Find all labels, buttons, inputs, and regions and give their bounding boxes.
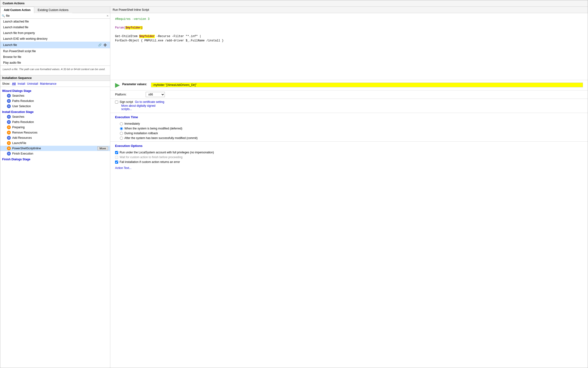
radio-deferred-input[interactable] — [120, 127, 123, 130]
search-clear-icon[interactable]: ✕ — [107, 14, 109, 18]
radio-rollback-label: During installation rollback — [124, 132, 158, 135]
show-install[interactable]: Install — [18, 82, 25, 85]
seq-icon-install-paths-resolution: ⚙ — [7, 120, 11, 124]
right-panel: Run PowerShell Inline Script #Requires -… — [110, 7, 588, 368]
show-uninstall[interactable]: Uninstall — [27, 82, 38, 85]
check-fail[interactable]: Fail installation if custom action retur… — [115, 160, 583, 164]
radio-immediately-input[interactable] — [120, 122, 123, 125]
seq-item-install-preparing[interactable]: ⚙ Preparing — [0, 125, 110, 130]
radio-rollback-input[interactable] — [120, 132, 123, 135]
action-item-browse-file[interactable]: Browse for file — [0, 54, 110, 60]
action-item-launch-installed[interactable]: Launch installed file — [0, 24, 110, 30]
seq-icon-install-powershell: ⚙ — [7, 147, 11, 150]
code-line-requires: #Requires -version 3 — [115, 18, 150, 21]
action-description: Launch a file. The path can use formatte… — [0, 65, 110, 75]
check-localsystem-input[interactable] — [115, 151, 118, 154]
seq-item-install-remove-resources[interactable]: ⚙ Remove Resources — [0, 130, 110, 135]
execution-time-options: Immediately When the system is being mod… — [110, 120, 588, 141]
seq-item-wizard-user-selection[interactable]: ⚙ User Selection — [0, 104, 110, 109]
action-text-link[interactable]: Action Text... — [110, 165, 588, 171]
seq-icon-install-launchfile: ⚙ — [7, 141, 11, 145]
search-bar: 🔍 ✕ — [0, 13, 110, 19]
right-title: Run PowerShell Inline Script — [110, 7, 588, 13]
action-add-icon[interactable]: ➕ — [103, 43, 107, 47]
search-icon: 🔍 — [2, 14, 5, 18]
seq-icon-user-selection: ⚙ — [7, 104, 11, 108]
check-wait: Wait for custom action to finish before … — [115, 155, 583, 160]
action-item-play-audio[interactable]: Play audio file — [0, 60, 110, 65]
params-label: Parameter values: — [122, 83, 149, 86]
seq-icon-install-finish-execution: ⚙ — [7, 152, 11, 156]
seq-icon-install-remove-resources: ⚙ — [7, 131, 11, 134]
tab-existing-custom-actions[interactable]: Existing Custom Actions — [34, 7, 72, 13]
action-item-icons: 🔗 ➕ — [98, 43, 107, 47]
seq-item-install-launchfile[interactable]: ⚙ LaunchFile — [0, 140, 110, 146]
params-run-button[interactable] — [115, 83, 120, 88]
stage-wizard-dialogs: Wizard Dialogs Stage — [0, 88, 110, 93]
seq-item-install-powershell[interactable]: ⚙ PowerShellScriptInline Move — [0, 146, 110, 151]
show-all[interactable]: All — [12, 82, 16, 85]
left-panel: Add Custom Action Existing Custom Action… — [0, 7, 110, 368]
action-item-launch-exe[interactable]: Launch EXE with working directory — [0, 36, 110, 42]
action-item-launch-file[interactable]: Launch file 🔗 ➕ — [0, 42, 110, 48]
seq-item-install-finish-execution[interactable]: ⚙ Finish Execution — [0, 151, 110, 156]
code-line-get-childitem-pre: Get-ChildItem — [115, 35, 139, 38]
window-title: Custom Actions — [0, 0, 588, 7]
main-window: Custom Actions Add Custom Action Existin… — [0, 0, 588, 368]
platform-row: Platform: x86 x64 Any — [110, 91, 588, 99]
radio-commit[interactable]: After the system has been successfully m… — [120, 136, 583, 140]
check-localsystem-label: Run under the LocalSystem account with f… — [120, 151, 214, 154]
sign-script-checkbox[interactable] — [115, 101, 118, 104]
platform-label: Platform: — [115, 93, 144, 96]
tab-add-custom-action[interactable]: Add Custom Action — [0, 7, 34, 13]
code-line-param-pre: Param( — [115, 26, 125, 29]
sign-script-row: Sign script Go to certificate setting — [110, 99, 588, 104]
main-layout: Add Custom Action Existing Custom Action… — [0, 7, 588, 368]
move-button[interactable]: Move — [97, 147, 108, 150]
code-area: #Requires -version 3 Param($myfolder) Ge… — [110, 13, 588, 80]
sign-script-text: Sign script — [120, 100, 133, 104]
show-maintenance[interactable]: Maintenance — [40, 82, 56, 85]
sequence-tree: Wizard Dialogs Stage ⚙ Searches ⚙ Paths … — [0, 87, 110, 368]
check-wait-label: Wait for custom action to finish before … — [120, 156, 182, 159]
params-section: Parameter values: -myfolder "[XimeaUsbDr… — [110, 80, 588, 91]
seq-item-install-add-resources[interactable]: ⚙ Add Resources — [0, 135, 110, 140]
radio-commit-input[interactable] — [120, 137, 123, 140]
execution-options-header: Execution Options — [110, 141, 588, 149]
check-wait-input[interactable] — [115, 156, 118, 159]
execution-options: Run under the LocalSystem account with f… — [110, 149, 588, 165]
action-item-launch-from-property[interactable]: Launch file from property — [0, 30, 110, 36]
check-localsystem[interactable]: Run under the LocalSystem account with f… — [115, 150, 583, 155]
stage-install-execution: Install Execution Stage — [0, 109, 110, 114]
tabs: Add Custom Action Existing Custom Action… — [0, 7, 110, 13]
sign-certificate-link[interactable]: Go to certificate setting — [135, 100, 164, 104]
radio-immediately[interactable]: Immediately — [120, 121, 583, 126]
check-fail-label: Fail installation if custom action retur… — [120, 160, 180, 164]
sign-script-label[interactable]: Sign script — [115, 100, 133, 104]
right-scroll: #Requires -version 3 Param($myfolder) Ge… — [110, 13, 588, 368]
action-item-run-powershell[interactable]: Run PowerShell script file — [0, 48, 110, 54]
seq-item-wizard-searches[interactable]: ⚙ Searches — [0, 93, 110, 98]
show-label: Show: — [2, 82, 10, 85]
params-value[interactable]: -myfolder "[XimeaUsbDrivers_Dir]" — [151, 83, 583, 87]
seq-item-install-paths-resolution[interactable]: ⚙ Paths Resolution — [0, 120, 110, 125]
seq-icon-searches: ⚙ — [7, 94, 11, 98]
seq-item-install-searches[interactable]: ⚙ Searches — [0, 114, 110, 120]
radio-commit-label: After the system has been successfully m… — [124, 136, 198, 140]
show-bar: Show: All Install Uninstall Maintenance — [0, 81, 110, 87]
action-browse-icon[interactable]: 🔗 — [98, 43, 102, 47]
seq-icon-install-add-resources: ⚙ — [7, 136, 11, 140]
seq-item-wizard-paths-resolution[interactable]: ⚙ Paths Resolution — [0, 98, 110, 104]
code-line-param-highlight: $myfolder) — [125, 26, 143, 29]
code-line-myfolder-highlight: $myfolder — [139, 35, 155, 38]
seq-icon-install-preparing: ⚙ — [7, 125, 11, 129]
execution-time-header: Execution Time — [110, 113, 588, 120]
action-item-launch-attached[interactable]: Launch attached file — [0, 19, 110, 24]
check-fail-input[interactable] — [115, 161, 118, 164]
seq-icon-paths-resolution: ⚙ — [7, 99, 11, 103]
radio-deferred[interactable]: When the system is being modified (defer… — [120, 126, 583, 131]
search-input[interactable] — [6, 14, 106, 18]
platform-select[interactable]: x86 x64 Any — [146, 92, 165, 97]
radio-rollback[interactable]: During installation rollback — [120, 131, 583, 136]
more-about-signing-link[interactable]: More about digitally signedscripts... — [110, 104, 588, 113]
